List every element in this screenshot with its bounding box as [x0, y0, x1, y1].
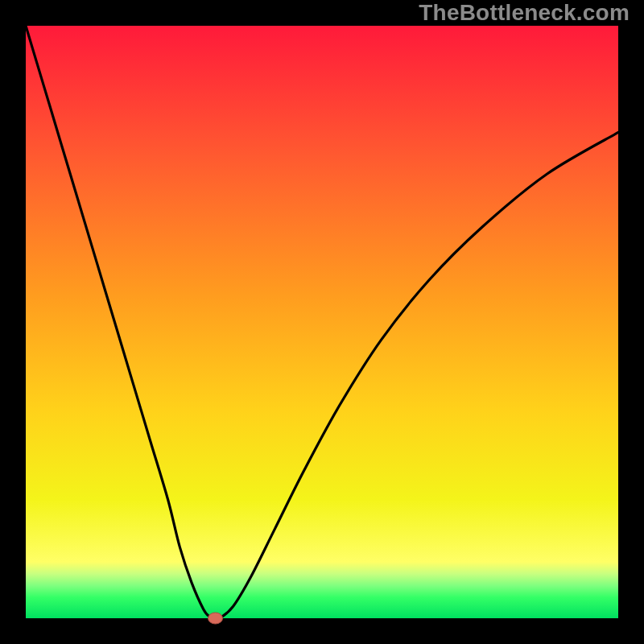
- chart-frame: { "watermark": "TheBottleneck.com", "col…: [0, 0, 644, 644]
- bottleneck-chart: [0, 0, 644, 644]
- optimum-marker: [208, 613, 223, 624]
